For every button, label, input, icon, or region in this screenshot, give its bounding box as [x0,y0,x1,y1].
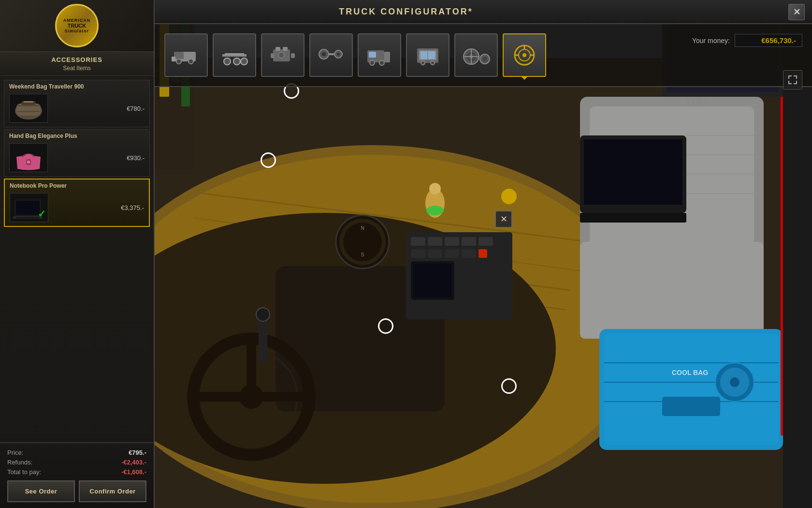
item-hand-bag[interactable]: Hand Bag Elegance Plus €930.- [4,129,150,177]
money-display: Your money: €656,730.- [692,34,802,47]
tab-cabin-ext-icon [365,42,394,69]
left-panel: AMERICAN TRUCK Simulator ACCESSORIES Sea… [0,0,155,508]
svg-point-122 [27,161,30,164]
money-value: €656,730.- [735,34,802,47]
total-value: -€1,608.- [121,468,146,476]
money-label: Your money: [692,37,730,45]
svg-point-85 [278,52,284,58]
svg-rect-98 [420,51,427,59]
svg-point-77 [233,58,240,65]
logo-line3: Simulator [65,29,89,33]
item-notebook-content: ✓ €3,375.- [5,191,149,226]
item-hand-bag-image [9,143,48,172]
svg-point-78 [241,58,247,65]
item-notebook-price: €3,375.- [121,204,144,211]
window-title: TRUCK CONFIGURATOR* [339,7,473,17]
svg-point-94 [370,60,375,65]
tab-engine-icon [268,42,297,69]
item-notebook-name: Notebook Pro Power [5,179,149,191]
expand-button[interactable] [783,70,802,90]
tab-body[interactable] [164,33,208,77]
tab-transmission-icon [317,42,346,69]
item-notebook[interactable]: Notebook Pro Power ✓ €3,375.- [4,179,150,227]
svg-rect-92 [369,52,376,58]
tab-cabin-ext[interactable] [358,33,401,77]
item-weekend-bag-name: Weekend Bag Traveller 900 [4,80,149,92]
svg-point-101 [431,61,435,65]
item-weekend-bag-price: €780.- [127,105,145,112]
tab-body-icon [172,42,201,69]
price-value: €795.- [129,449,146,456]
svg-rect-82 [283,47,288,51]
total-row: Total to pay: -€1,608.- [7,468,146,476]
svg-rect-120 [17,111,40,112]
svg-rect-84 [291,53,295,58]
confirm-order-button[interactable]: Confirm Order [79,480,146,502]
svg-point-108 [482,57,487,61]
category-tabs-bar: Your money: €656,730.- [155,24,812,87]
see-order-button[interactable]: See Order [7,480,75,502]
weekend-bag-icon [12,96,45,120]
tab-cabin-rear-icon [413,42,442,69]
refunds-value: -€2,403.- [121,459,146,466]
svg-point-89 [322,52,326,56]
svg-point-100 [421,61,425,65]
section-subtitle: Seat Items [7,65,146,72]
hand-bag-icon [12,145,45,171]
items-list: Weekend Bag Traveller 900 €780.- [0,76,154,442]
selected-check-icon: ✓ [38,208,46,220]
svg-point-114 [522,53,526,57]
svg-rect-99 [428,51,435,59]
refunds-label: Refunds: [7,459,32,466]
total-label: Total to pay: [7,468,41,476]
item-hand-bag-price: €930.- [127,154,145,162]
svg-rect-93 [384,52,390,62]
svg-rect-79 [225,53,244,55]
svg-point-73 [188,59,193,64]
accessories-title: ACCESSORIES [7,56,146,63]
tab-wheels[interactable] [454,33,498,77]
tab-accessories[interactable] [503,33,546,77]
expand-icon [788,75,798,85]
close-button[interactable]: ✕ [788,4,805,20]
tab-engine[interactable] [261,33,304,77]
item-weekend-bag-image [9,94,48,123]
configurator-window: TRUCK CONFIGURATOR* ✕ [0,0,812,508]
svg-rect-124 [16,201,40,215]
svg-rect-74 [172,57,175,61]
order-summary: Price: €795.- Refunds: -€2,403.- Total t… [0,442,154,508]
accessories-header: ACCESSORIES Seat Items [0,52,154,76]
price-row: Price: €795.- [7,449,146,456]
tab-accessories-icon [510,42,539,69]
logo-line2: TRUCK [68,23,87,29]
refunds-row: Refunds: -€2,403.- [7,459,146,466]
svg-rect-88 [329,53,334,55]
brand-logo-area: AMERICAN TRUCK Simulator [0,0,154,52]
action-buttons: See Order Confirm Order [7,480,146,502]
tab-transmission[interactable] [309,33,353,77]
price-label: Price: [7,449,23,456]
svg-rect-119 [17,105,40,106]
tab-chassis-icon [220,42,249,69]
item-notebook-image: ✓ [10,193,48,222]
item-weekend-bag[interactable]: Weekend Bag Traveller 900 €780.- [4,80,150,127]
svg-point-72 [176,59,181,64]
logo-line1: AMERICAN [63,18,91,23]
svg-rect-83 [271,53,275,58]
tab-chassis[interactable] [213,33,256,77]
item-hand-bag-name: Hand Bag Elegance Plus [4,130,149,141]
svg-point-76 [224,58,231,65]
svg-rect-118 [24,101,33,103]
svg-point-90 [337,53,340,56]
item-hand-bag-content: €930.- [4,141,149,176]
tab-wheels-icon [462,42,491,69]
svg-rect-81 [276,47,280,51]
brand-logo: AMERICAN TRUCK Simulator [55,4,99,47]
item-weekend-bag-content: €780.- [4,92,149,127]
svg-rect-126 [16,217,40,218]
svg-point-95 [379,60,384,65]
tab-cabin-rear[interactable] [406,33,450,77]
